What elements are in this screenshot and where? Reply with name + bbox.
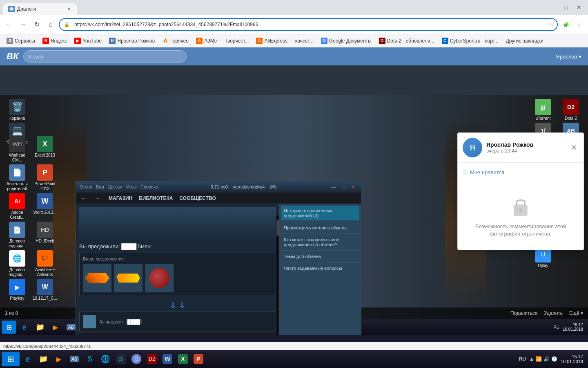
bookmark-other[interactable]: Другие закладки [503, 36, 547, 45]
menu-button[interactable]: ⋮ [573, 19, 585, 30]
forward-button[interactable]: → [17, 19, 29, 30]
steam-banner [79, 207, 276, 240]
desktop-icon-dota2[interactable]: D2 Dota 2 [558, 99, 584, 121]
browser-content: ВК Ярослав ▾ 🗑️ Корзина 💻 [0, 47, 588, 335]
desktop-icon-word[interactable]: W Word 2013... [32, 193, 58, 220]
trade-item-3[interactable] [145, 264, 174, 292]
outer-chrome-btn[interactable]: 🌐 [98, 352, 113, 366]
desktop-icon-warhead[interactable]: WH Warhead GM... [4, 136, 30, 163]
share-button[interactable]: Поделиться [510, 310, 537, 316]
active-tab[interactable]: 💬 Диалоги ✕ [3, 3, 77, 15]
inner-start-button[interactable]: ⊞ [2, 321, 16, 334]
reload-button[interactable]: ↻ [31, 19, 42, 30]
desktop-icon-avast[interactable]: 🛡 Avast Free Antivirus [32, 250, 58, 277]
steam-menu-item-4[interactable]: Часто задаваемые вопросы [281, 263, 359, 274]
inactive-tab[interactable] [77, 3, 134, 15]
bookmark-ali[interactable]: A AliExpress — качест... [253, 36, 316, 46]
bookmark-vk[interactable]: В Ярослав Рожков [106, 36, 158, 46]
hddeck-icon: HD [37, 222, 53, 238]
desktop-icon-playkey[interactable]: ▶ Playkey [4, 279, 30, 301]
outer-media-btn[interactable]: ▶ [51, 352, 66, 366]
browser-window: 💬 Диалоги ✕ — □ ✕ ← → ↻ ⌂ 🔒 ☆ 🧩 ⋮ ⚙ [0, 0, 588, 335]
bookmark-cybersport[interactable]: C CyberSport.ru - порт... [439, 36, 502, 46]
desktop-icon-adobe[interactable]: Ai Adobe Creati... [4, 193, 30, 220]
steam-scrollbar[interactable] [276, 215, 279, 335]
inner-ie-icon[interactable]: e [17, 321, 32, 334]
bookmark-favicon-google: G [321, 38, 327, 44]
steam-controller-icon: 🎮 [270, 184, 276, 190]
outer-folder-btn[interactable]: 📁 [36, 352, 51, 366]
minimize-button[interactable]: — [547, 2, 559, 13]
arrow-left-icon: ⇩ [170, 301, 176, 310]
close-button[interactable]: ✕ [573, 2, 585, 13]
steam-community-link[interactable]: СООБЩЕСТВО [179, 195, 216, 201]
outer-ie-btn[interactable]: e [20, 352, 35, 366]
outer-ppt-btn[interactable]: P [191, 352, 206, 366]
bookmark-hot[interactable]: 🔥 Горячее [159, 36, 192, 46]
vk-user-menu[interactable]: Ярослав ▾ [556, 54, 581, 60]
bookmark-dota[interactable]: D Dota 2 - обновлени... [376, 36, 438, 46]
desktop-icon-excel[interactable]: X Excel 2013 [32, 136, 58, 163]
bookmark-adme[interactable]: A AdMe — Творчест... [193, 36, 252, 46]
outer-ab-btn[interactable]: AB [67, 352, 82, 366]
bookmark-services[interactable]: ⚙ Сервисы [3, 36, 38, 46]
bookmark-yandex[interactable]: Я Яндекс [39, 36, 70, 46]
outer-steam-btn[interactable]: S [114, 352, 128, 366]
vk-lock-area: Возможность комментирования этой фотогра… [458, 182, 584, 250]
bookmark-star-icon[interactable]: ☆ [548, 21, 554, 28]
outer-dota-btn[interactable]: D2 [145, 352, 159, 366]
maximize-button[interactable]: □ [560, 2, 572, 13]
inner-lang: RU [553, 325, 559, 330]
extensions-button[interactable]: 🧩 [560, 19, 572, 30]
steam-menu-item-3[interactable]: Темы для обмена [281, 251, 359, 263]
desktop-icon-doc2[interactable]: W 19.12.17_C... [32, 279, 58, 301]
steam-library-link[interactable]: БИБЛИОТЕКА [139, 195, 173, 201]
trade-item-2[interactable] [114, 264, 143, 292]
utorrent-label: uTorrent [536, 116, 551, 121]
desktop-icon-doc1[interactable]: 📄 Анкета для родителей [4, 164, 30, 191]
steam-menu-header: История отправленных предложений (0) [281, 206, 359, 220]
inner-media-icon[interactable]: ▶ [48, 321, 63, 334]
outer-discord-btn[interactable]: D [129, 352, 144, 366]
inner-taskbar-right: RU 15:17 10.01.2018 [553, 323, 586, 332]
bookmark-youtube[interactable]: ▶ YouTube [71, 36, 105, 46]
steam-store-link[interactable]: МАГАЗИН [109, 195, 132, 201]
steam-forward-btn[interactable]: → [94, 194, 102, 203]
steam-maximize-btn[interactable]: □ [339, 184, 348, 190]
tab-close-button[interactable]: ✕ [65, 6, 72, 12]
delete-button[interactable]: Удалить [544, 310, 563, 316]
bookmark-label-other: Другие закладки [506, 38, 543, 44]
steam-menu-item-1[interactable]: Просмотреть историю обмена [281, 222, 359, 234]
desktop-icon-chrome[interactable]: 🌐 Договор подряд... [4, 250, 30, 277]
steam-back-btn[interactable]: ← [79, 194, 87, 203]
desktop-icon-hddeck[interactable]: HD HD JDeck [32, 222, 58, 249]
trade-item-1[interactable] [83, 264, 111, 292]
steam-close-btn[interactable]: ✕ [349, 184, 358, 190]
desktop-icon-powerpoint[interactable]: P PowerPoint 2013 [32, 164, 58, 191]
desktop-icon-utorrent[interactable]: µ uTorrent [530, 99, 556, 121]
outer-word-btn[interactable]: W [160, 352, 175, 366]
steam-minimize-btn[interactable]: — [329, 184, 338, 190]
outer-steam-icon: S [116, 354, 126, 364]
address-input[interactable] [59, 18, 558, 31]
trade-for-section: За предмет: ████ [79, 312, 276, 332]
steam-menu-item-2[interactable]: Кто может отправлять мне предложения об … [281, 234, 359, 251]
vk-search-input[interactable] [23, 50, 187, 63]
back-button[interactable]: ← [3, 19, 15, 30]
vk-like-button[interactable]: ♡ Мне нравится [463, 168, 579, 177]
desktop-icon-recycle[interactable]: 🗑️ Корзина [4, 99, 30, 121]
more-button[interactable]: Ещё ▾ [569, 310, 583, 316]
outer-dota-icon: D2 [147, 354, 157, 364]
outer-start-button[interactable]: ⊞ [2, 352, 20, 366]
trade-offer-section: Ваше предложение: [79, 253, 276, 296]
outer-skype-btn[interactable]: S [82, 352, 97, 366]
home-button[interactable]: ⌂ [45, 19, 56, 30]
inner-folder-icon[interactable]: 📁 [33, 321, 47, 334]
outer-excel-btn[interactable]: X [176, 352, 190, 366]
vk-popup-close-button[interactable]: ✕ [569, 141, 579, 154]
desktop-icon-contract[interactable]: 📄 Договор подряда... [4, 222, 30, 249]
vk-avatar: Я [463, 138, 482, 157]
scroll-handle[interactable] [276, 220, 279, 236]
inner-media-btn: ▶ [53, 323, 58, 331]
bookmark-google-docs[interactable]: G Google Документы [318, 36, 375, 46]
